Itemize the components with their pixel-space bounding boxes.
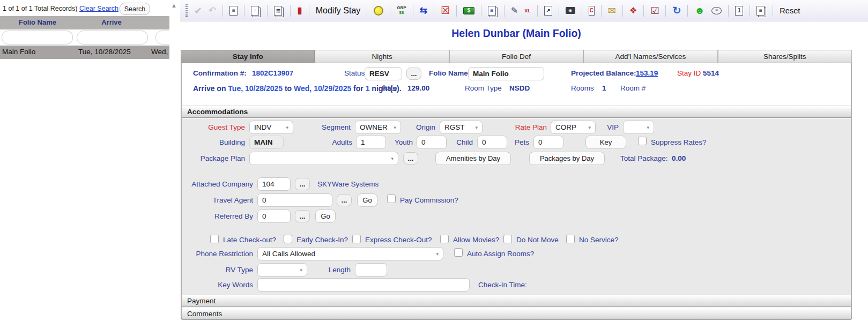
origin-select[interactable]: RGST▾ <box>440 121 483 134</box>
key-button[interactable]: Key <box>585 136 626 149</box>
sync-icon[interactable]: ↻ <box>672 5 681 16</box>
referred-by-lookup-button[interactable]: ... <box>295 210 310 222</box>
folio-name-label: Folio Name <box>429 69 468 77</box>
phone-restriction-select[interactable]: All Calls Allowed▾ <box>257 247 443 260</box>
luggage-tags-icon[interactable]: ❖ <box>629 6 637 15</box>
package-plan-lookup-button[interactable]: ... <box>403 152 418 165</box>
attached-company-input[interactable] <box>257 177 291 191</box>
early-check-in-checkbox[interactable] <box>284 235 292 243</box>
allow-movies-checkbox[interactable] <box>440 235 449 243</box>
clear-search-link[interactable]: Clear Search <box>79 5 118 12</box>
cancel-stay-icon[interactable]: ☒ <box>441 5 450 16</box>
save-check-icon[interactable]: ✔ <box>194 6 202 16</box>
group-stay-icon[interactable]: GRP$$ <box>397 6 406 15</box>
referred-by-input[interactable] <box>257 210 291 223</box>
check-in-icon[interactable]: ↑ <box>251 6 259 16</box>
accommodations-section-header[interactable]: Accommodations <box>182 106 851 118</box>
excel-export-icon[interactable]: XL <box>524 8 531 13</box>
express-check-out-checkbox[interactable] <box>352 235 361 243</box>
folio-book-icon[interactable]: ▮ <box>297 6 302 15</box>
status-input[interactable] <box>365 67 402 80</box>
suppress-rates-checkbox[interactable] <box>638 137 647 145</box>
column-header-folio-name[interactable]: Folio Name <box>0 18 75 26</box>
folio-name-input[interactable] <box>468 67 544 80</box>
toolbar-separator <box>622 5 623 17</box>
wizard-pen-icon[interactable]: ✎ <box>511 6 518 15</box>
reset-button[interactable]: Reset <box>780 6 800 15</box>
late-check-out-checkbox[interactable] <box>210 235 219 243</box>
adults-label: Adults <box>310 138 352 146</box>
guest-type-select[interactable]: INDV▾ <box>249 121 293 134</box>
app-window: 1 of 1 of 1 Total Records) Clear Search … <box>0 0 868 336</box>
toolbar-separator <box>222 5 223 17</box>
travel-agent-go-button[interactable]: Go <box>357 193 377 207</box>
depart-filter-input[interactable] <box>155 31 169 44</box>
auto-assign-rooms-checkbox[interactable] <box>454 248 463 257</box>
checklist-icon[interactable]: ☑ <box>650 6 659 16</box>
print-registration-icon[interactable]: ≣ <box>274 6 282 16</box>
package-plan-select[interactable]: ▾ <box>249 152 398 165</box>
folio-list-row[interactable]: Main Folio Tue, 10/28/2025 Wed, <box>0 46 169 59</box>
child-label: Child <box>434 138 473 146</box>
registration-card-icon[interactable]: 1 <box>735 6 743 16</box>
stay-details-icon[interactable]: ≡ <box>229 6 238 16</box>
key-words-input[interactable] <box>257 278 470 292</box>
phone-card-icon[interactable]: C <box>589 6 595 16</box>
registration-cards-icon[interactable]: ≡ <box>756 6 765 16</box>
comment-bubble-icon[interactable]: ≡ <box>711 7 722 14</box>
tab-bar: Stay Info Nights Folio Def Add'l Names/S… <box>181 50 852 63</box>
tab-stay-info[interactable]: Stay Info <box>181 50 315 63</box>
no-service-label: No Service? <box>579 236 619 244</box>
tab-nights[interactable]: Nights <box>315 50 449 63</box>
payment-cash-icon[interactable]: $ <box>463 7 474 14</box>
do-not-move-checkbox[interactable] <box>503 235 512 243</box>
copy-stay-icon[interactable]: ≡ <box>488 6 496 16</box>
toolbar-separator <box>750 5 750 17</box>
travel-agent-lookup-button[interactable]: ... <box>337 194 352 206</box>
toolbar-separator <box>244 5 244 17</box>
status-lookup-button[interactable]: ... <box>406 68 421 80</box>
tab-shares-splits[interactable]: Shares/Splits <box>718 50 852 63</box>
suppress-rates-label: Suppress Rates? <box>651 138 707 146</box>
attached-company-lookup-button[interactable]: ... <box>295 178 310 190</box>
pay-commission-checkbox[interactable] <box>387 195 396 203</box>
referred-by-go-button[interactable]: Go <box>315 210 336 223</box>
row-arrive-date: Tue, 10/28/2025 <box>78 48 131 56</box>
rv-type-select[interactable]: ▾ <box>257 263 307 277</box>
packages-by-day-button[interactable]: Packages by Day <box>529 152 605 165</box>
projected-balance-link[interactable]: 153.19 <box>636 69 658 77</box>
vip-select[interactable]: ▾ <box>623 121 654 134</box>
comments-section-header[interactable]: Comments <box>182 308 851 320</box>
travel-agent-input[interactable] <box>257 193 332 207</box>
no-service-checkbox[interactable] <box>566 235 575 243</box>
undo-icon[interactable]: ↶ <box>209 6 216 15</box>
amenities-by-day-button[interactable]: Amenities by Day <box>435 152 511 165</box>
chart-icon[interactable]: ↗ <box>544 6 552 16</box>
payment-section-header[interactable]: Payment <box>182 295 851 307</box>
tab-addl-names-services[interactable]: Add'l Names/Services <box>583 50 717 63</box>
folio-name-filter-input[interactable] <box>2 31 73 44</box>
arrive-filter-input[interactable] <box>77 31 148 44</box>
toolbar: ✔↶≡↑≣▮Modify StayGRP$$⇆☒$≡✎XL↗◉C✉❖☑↻☻≡1≡… <box>180 0 868 21</box>
room-type-label: Room Type <box>465 84 502 92</box>
email-icon[interactable]: ✉ <box>608 6 616 16</box>
tab-folio-def[interactable]: Folio Def <box>449 50 583 63</box>
modify-stay-button[interactable]: Modify Stay <box>316 6 361 16</box>
transfer-guests-icon[interactable]: ⇆ <box>420 6 427 15</box>
toolbar-separator <box>481 5 481 17</box>
arrive-to: to <box>283 84 294 93</box>
camera-icon[interactable]: ◉ <box>566 7 575 14</box>
pets-input[interactable] <box>533 136 563 149</box>
projected-balance-label: Projected Balance: <box>571 69 636 77</box>
column-header-arrive[interactable]: Arrive <box>75 18 148 26</box>
guest-smiley-icon[interactable]: ☻ <box>694 5 705 16</box>
length-input[interactable] <box>355 263 387 277</box>
arrive-date-1: Tue, 10/28/2025 <box>228 84 283 93</box>
total-package-value: 0.00 <box>672 154 686 162</box>
search-button[interactable]: Search <box>120 3 150 15</box>
toolbar-separator <box>434 5 434 17</box>
quick-stay-icon[interactable] <box>374 6 383 16</box>
scroll-up-icon[interactable]: ▲ <box>171 2 177 9</box>
guest-type-label: Guest Type <box>192 123 245 131</box>
toolbar-separator <box>773 5 773 17</box>
